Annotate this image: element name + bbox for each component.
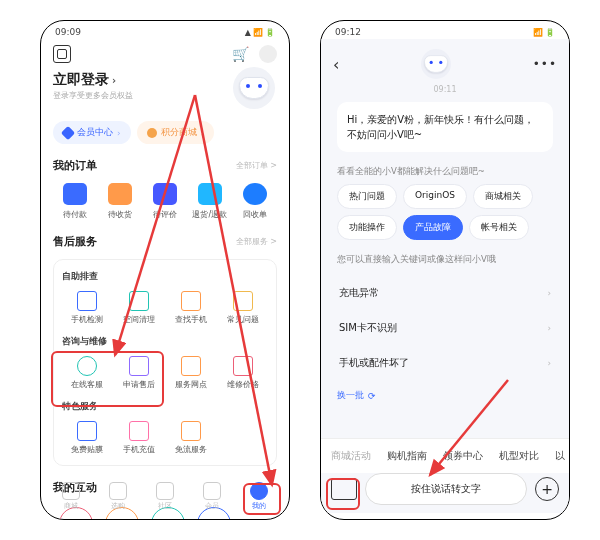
diamond-icon [61,125,75,139]
phone-right: 09:12 📶🔋 ‹ ••• 09:11 Hi，亲爱的V粉，新年快乐！有什么问题… [320,20,570,520]
consult-service-point[interactable]: 服务网点 [166,356,216,390]
chip-account[interactable]: 帐号相关 [469,215,529,240]
member-center-pill[interactable]: 会员中心› [53,121,131,144]
qa-charging[interactable]: 充电异常› [333,276,557,311]
back-button[interactable]: ‹ [333,55,339,74]
hint-keywords: 您可以直接输入关键词或像这样问小V哦 [337,254,553,266]
tab-community[interactable]: 社区 [156,482,174,511]
btab-coupon[interactable]: 领券中心 [443,449,483,463]
self-phone-check[interactable]: 手机检测 [62,291,112,325]
orders-row: 待付款 待收货 待评价 退货/退款 回收单 [53,183,277,220]
feature-free-film[interactable]: 免费贴膜 [62,421,112,455]
orders-title: 我的订单 [53,158,97,173]
feature-title: 特色服务 [62,400,268,413]
chip-mall[interactable]: 商城相关 [473,184,533,209]
feature-free-data[interactable]: 免流服务 [166,421,216,455]
bottom-tab-strip: 商城活动 购机指南 领券中心 机型对比 以 [321,438,569,473]
chevron-right-icon: › [547,358,551,368]
qa-sim[interactable]: SIM卡不识别› [333,311,557,346]
login-label: 立即登录 [53,71,109,89]
self-space-clean[interactable]: 空间清理 [114,291,164,325]
cart-icon[interactable]: 🛒 [232,46,249,62]
service-title: 售后服务 [53,234,97,249]
all-services-link[interactable]: 全部服务 > [236,236,277,247]
service-box: 自助排查 手机检测 空间清理 查找手机 常见问题 咨询与维修 在线客服 申请售后… [53,259,277,466]
all-orders-link[interactable]: 全部订单 > [236,160,277,171]
phone-left: 09:09 ▲📶🔋 🛒 立即登录 › 登录享受更多会员权益 会员中心› 积分商城… [40,20,290,520]
status-icons: ▲📶🔋 [243,27,275,37]
btab-guide[interactable]: 购机指南 [387,449,427,463]
order-refund[interactable]: 退货/退款 [187,183,232,220]
greeting-bubble: Hi，亲爱的V粉，新年快乐！有什么问题，不妨问问小V吧~ [337,102,553,152]
refresh-icon: ⟳ [368,391,376,401]
status-time: 09:09 [55,27,81,37]
chevron-right-icon: › [112,75,116,86]
status-bar-r: 09:12 📶🔋 [321,21,569,39]
consult-title: 咨询与维修 [62,335,268,348]
consult-online-service[interactable]: 在线客服 [62,356,112,390]
tab-shop[interactable]: 选购 [109,482,127,511]
chip-hot[interactable]: 热门问题 [337,184,397,209]
self-find-phone[interactable]: 查找手机 [166,291,216,325]
keyboard-button[interactable] [331,478,357,500]
consult-repair-price[interactable]: 维修价格 [218,356,268,390]
chat-timestamp: 09:11 [333,85,557,94]
more-button[interactable]: ••• [533,57,557,71]
self-faq[interactable]: 常见问题 [218,291,268,325]
btab-more[interactable]: 以 [555,449,565,463]
chip-product-fault[interactable]: 产品故障 [403,215,463,240]
status-time-r: 09:12 [335,27,361,37]
chip-function[interactable]: 功能操作 [337,215,397,240]
order-pending-receive[interactable]: 待收货 [98,183,143,220]
chip-originos[interactable]: OriginOS [403,184,467,209]
points-mall-pill[interactable]: 积分商城› [137,121,215,144]
tab-mine[interactable]: 我的 [250,482,268,511]
tab-mall[interactable]: 商城 [62,482,80,511]
shuffle-button[interactable]: 换一批⟳ [333,381,557,410]
hint-categories: 看看全能的小V都能解决什么问题吧~ [337,166,553,178]
order-recycle[interactable]: 回收单 [232,183,277,220]
chevron-right-icon: › [547,323,551,333]
consult-apply-after[interactable]: 申请售后 [114,356,164,390]
chevron-right-icon: › [547,288,551,298]
order-review[interactable]: 待评价 [143,183,188,220]
btab-compare[interactable]: 机型对比 [499,449,539,463]
btab-activity[interactable]: 商城活动 [331,449,371,463]
feature-phone-recharge[interactable]: 手机充值 [114,421,164,455]
notify-icon[interactable] [259,45,277,63]
settings-icon[interactable] [53,45,71,63]
tab-member[interactable]: 会员 [203,482,221,511]
order-pending-pay[interactable]: 待付款 [53,183,98,220]
qa-broken[interactable]: 手机或配件坏了› [333,346,557,381]
self-check-title: 自助排查 [62,270,268,283]
voice-input[interactable]: 按住说话转文字 [365,473,527,505]
plus-button[interactable]: + [535,477,559,501]
status-bar: 09:09 ▲📶🔋 [41,21,289,39]
bottom-tabs: 商城 选购 社区 会员 我的 [41,478,289,515]
avatar[interactable] [233,67,275,109]
coin-icon [147,128,157,138]
bot-avatar [421,49,451,79]
